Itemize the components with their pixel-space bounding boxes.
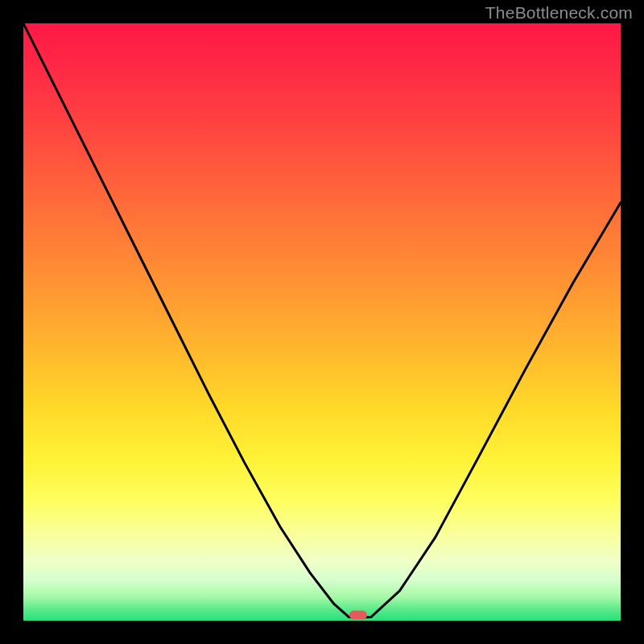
optimal-marker-pill: [349, 611, 367, 620]
bottleneck-curve: [23, 23, 621, 621]
curve-path: [23, 23, 621, 617]
watermark-text: TheBottleneck.com: [485, 3, 633, 23]
chart-frame: TheBottleneck.com: [0, 0, 644, 644]
